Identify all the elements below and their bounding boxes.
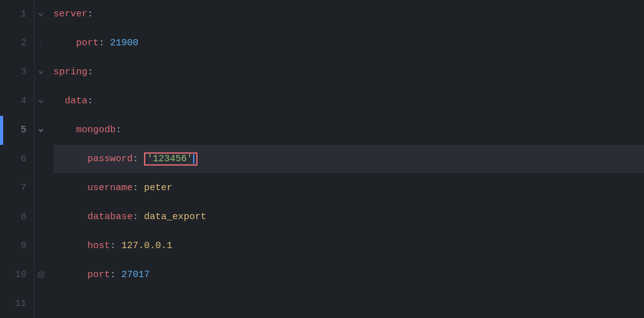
fold-8	[35, 202, 47, 231]
line-num-9: 9	[3, 231, 34, 260]
code-line-4: data:	[53, 87, 644, 116]
fold-gutter	[35, 0, 47, 318]
fold-10[interactable]	[35, 260, 47, 289]
token-8-key: database	[53, 212, 133, 222]
line-num-5: 5	[3, 116, 34, 145]
code-line-3: spring:	[53, 58, 644, 87]
text-cursor	[193, 154, 194, 164]
line-num-2: 2	[3, 29, 34, 58]
token-10-key: port	[53, 270, 110, 280]
fold-4[interactable]	[35, 87, 47, 116]
token-1-colon: :	[87, 9, 93, 20]
token-3-key: spring	[53, 67, 87, 77]
token-9-value: 127.0.0.1	[121, 241, 172, 251]
line-numbers: 1 2 3 4 5 6 7 8 9 10 11	[3, 0, 35, 318]
code-line-10: port: 27017	[53, 260, 644, 289]
code-line-9: host: 127.0.0.1	[53, 231, 644, 260]
token-4-key: data	[53, 96, 87, 106]
fold-7	[35, 173, 47, 202]
fold-9	[35, 231, 47, 260]
token-1-key: server	[53, 9, 87, 20]
token-10-colon: :	[110, 270, 121, 280]
line-num-8: 8	[3, 202, 34, 231]
line-num-10: 10	[3, 260, 34, 289]
active-line-indicator	[0, 116, 3, 145]
token-2-key: port	[65, 38, 99, 48]
code-line-2: port: 21900	[53, 29, 644, 58]
line-num-7: 7	[3, 173, 34, 202]
fold-2	[35, 29, 47, 58]
token-6-value-boxed: '123456'	[144, 152, 197, 166]
code-line-11	[53, 289, 644, 318]
token-6-key: password	[53, 154, 133, 164]
token-7-value: peter	[144, 183, 172, 193]
token-8-value: data_export	[144, 212, 206, 222]
code-line-6: password: '123456'	[53, 145, 644, 174]
fold-6	[35, 145, 47, 174]
token-8-colon: :	[133, 212, 144, 222]
token-5-colon: :	[116, 125, 121, 135]
token-7-key: username	[53, 183, 133, 193]
token-3-colon: :	[87, 67, 93, 77]
line-num-6: 6	[3, 145, 34, 174]
code-line-1: server:	[53, 0, 644, 29]
line-num-4: 4	[3, 87, 34, 116]
indent-2	[53, 38, 65, 48]
fold-3[interactable]	[35, 58, 47, 87]
active-bar-column	[0, 0, 3, 318]
token-2-value: 21900	[110, 38, 138, 48]
code-line-8: database: data_export	[53, 202, 644, 231]
fold-1[interactable]	[35, 0, 47, 29]
code-content[interactable]: server: port: 21900 spring: data: mongod…	[47, 0, 644, 318]
line-num-3: 3	[3, 58, 34, 87]
token-2-colon: :	[99, 38, 110, 48]
token-10-value: 27017	[121, 270, 150, 280]
fold-11	[35, 289, 47, 318]
code-line-5: mongodb:	[53, 116, 644, 145]
token-9-key: host	[53, 241, 110, 251]
token-9-colon: :	[110, 241, 121, 251]
fold-5[interactable]	[35, 116, 47, 145]
token-5-key: mongodb	[53, 125, 116, 135]
token-7-colon: :	[133, 183, 144, 193]
token-6-colon: :	[133, 154, 144, 164]
token-4-colon: :	[87, 96, 93, 106]
line-num-1: 1	[3, 0, 34, 29]
line-num-11: 11	[3, 289, 34, 318]
editor: 1 2 3 4 5 6 7 8 9 10 11	[0, 0, 644, 318]
code-line-7: username: peter	[53, 173, 644, 202]
